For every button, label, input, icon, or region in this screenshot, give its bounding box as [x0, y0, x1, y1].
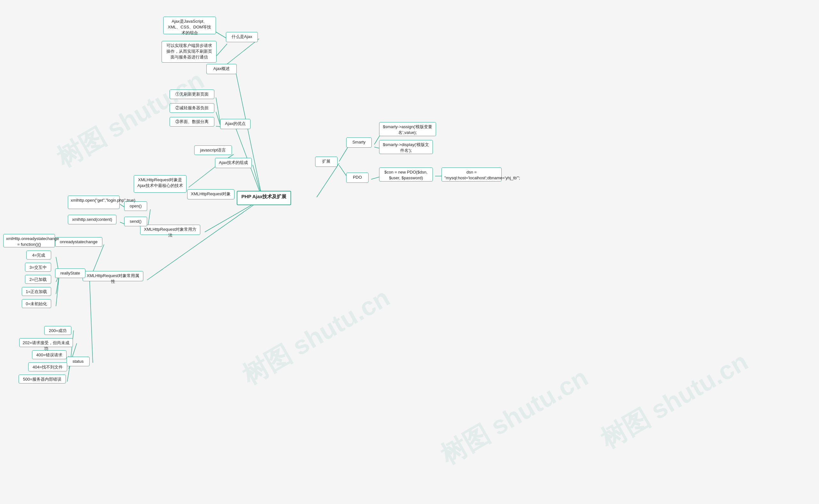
- pdo-con-node: $con = new PDO($dsn, $user, $password): [379, 167, 433, 182]
- send-param-node: xmlhttp.send(content): [68, 215, 116, 224]
- s4-node: 4=完成: [26, 251, 51, 260]
- open-method-node: open(): [124, 201, 147, 211]
- s3-node: 3=交互中: [25, 263, 51, 272]
- javascript-node: javascript语言: [194, 145, 232, 155]
- svg-line-21: [90, 280, 93, 363]
- reallystate-node: reallyState: [55, 268, 85, 278]
- ajax-composition-node: Ajax技术的组成: [215, 158, 252, 168]
- svg-line-27: [56, 275, 59, 306]
- ajax-advantages-node: Ajax的优点: [220, 119, 251, 129]
- watermark-3: 树图 shutu.cn: [434, 361, 594, 473]
- center-node: PHP Ajax技术及扩展: [237, 191, 291, 205]
- xmlhttp-methods-node: XMLHttpRequest对象常用方法: [140, 225, 200, 235]
- pdo-node: PDO: [346, 173, 369, 183]
- pdo-dsn-node: dsn = "mysql:host='localhost';dbname='yh…: [441, 167, 502, 182]
- smarty-node: Smarty: [346, 137, 372, 148]
- svg-line-5: [147, 199, 262, 280]
- adv3-node: ③界面、数据分离: [169, 117, 215, 127]
- s0-node: 0=未初始化: [22, 299, 51, 308]
- s1-node: 1=正在加载: [22, 287, 51, 296]
- st400-node: 400=错误请求: [32, 350, 66, 359]
- ajax-tech-desc-node: Ajax是JavaScript、XML、CSS、DOM等技术的组合: [163, 17, 216, 34]
- status-node: status: [66, 357, 90, 366]
- adv1-node: ①无刷新更新页面: [169, 89, 215, 99]
- svg-line-9: [216, 44, 227, 57]
- ajax-async-desc-node: 可以实现客户端异步请求操作，从而实现不刷新页面与服务器进行通信: [161, 41, 217, 63]
- svg-line-0: [235, 69, 262, 199]
- smarty-assign-node: $smarty->assign('模版变量名',value);: [379, 122, 436, 136]
- st404-node: 404=找不到文件: [28, 362, 67, 371]
- send-method-node: send(): [124, 217, 147, 226]
- watermark-4: 树图 shutu.cn: [594, 345, 754, 457]
- svg-line-14: [189, 165, 218, 187]
- what-is-ajax-node: 什么是Ajax: [226, 32, 258, 42]
- svg-line-6: [317, 163, 339, 197]
- st202-node: 202=请求接受，但尚未成功: [19, 338, 73, 347]
- watermark-2: 树图 shutu.cn: [236, 281, 396, 393]
- expand-node: 扩展: [315, 157, 338, 167]
- st200-node: 200=成功: [44, 326, 71, 335]
- ajax-overview-node: Ajax概述: [207, 64, 237, 74]
- xmlhttp-obj-node: XMLHttpRequest对象: [187, 189, 235, 199]
- smarty-display-node: $smarty->display('模版文件名');: [379, 140, 433, 154]
- xmlhttp-props-node: XMLHttpRequest对象常用属性: [82, 271, 143, 281]
- diagram-container: 树图 shutu.cn 树图 shutu.cn 树图 shutu.cn 树图 s…: [0, 0, 819, 504]
- open-param-node: xmlhttp.open("get","login.php",true): [68, 196, 120, 209]
- svg-line-8: [215, 31, 227, 39]
- connection-lines: [0, 0, 819, 504]
- onready-val-node: xmlHttp.onreadystatechange = function(){…: [3, 234, 55, 247]
- st500-node: 500=服务器内部错误: [19, 375, 66, 384]
- onreadystatechange-node: onreadystatechange: [55, 237, 102, 247]
- adv2-node: ②减轻服务器负担: [169, 103, 215, 113]
- xmlhttp-core-node: XMLHttpRequest对象是Ajax技术中最核心的技术: [134, 175, 186, 193]
- s2-node: 2=已加载: [25, 275, 51, 284]
- svg-line-33: [339, 146, 349, 161]
